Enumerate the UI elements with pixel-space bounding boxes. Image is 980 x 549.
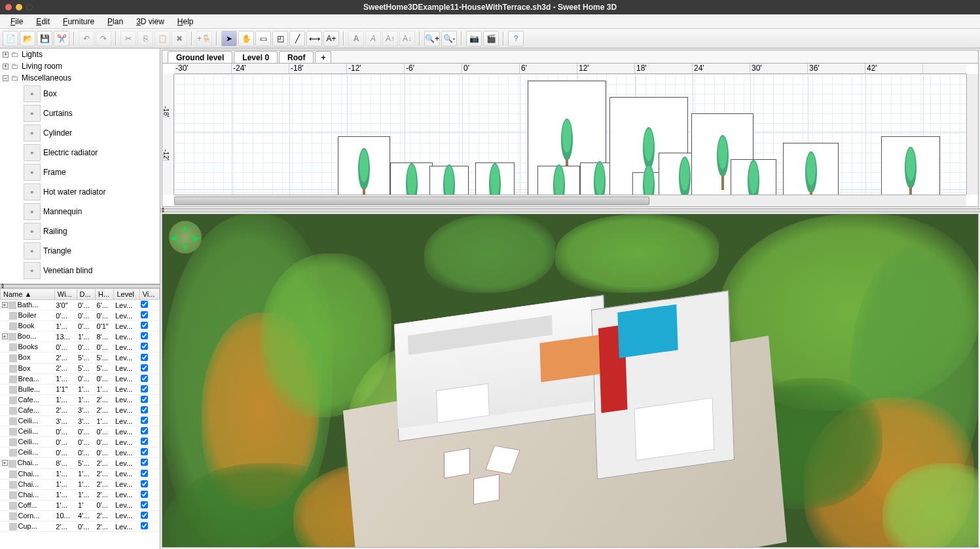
maximize-window-button[interactable] [26,4,33,10]
catalog-item[interactable]: ▫ Electric radiator [0,143,160,162]
catalog-item[interactable]: ▫ Triangle [0,241,160,261]
visibility-checkbox[interactable] [141,459,148,466]
visibility-checkbox[interactable] [141,385,148,392]
text-size-up-button[interactable]: A↑ [382,31,398,47]
visibility-checkbox[interactable] [141,301,148,308]
menu-furniture[interactable]: Furniture [56,16,101,28]
visibility-checkbox[interactable] [141,448,148,455]
new-file-button[interactable]: 📄 [3,31,18,47]
tree-object[interactable] [731,159,776,195]
room-tool-button[interactable]: ◰ [272,31,288,47]
paste-button[interactable]: 📋 [154,31,170,47]
table-row[interactable]: Cafe...2'...3'...2'...Lev... [1,405,160,415]
catalog-item[interactable]: ▫ Railing [0,221,160,241]
catalog-item[interactable]: ▫ Venetian blind [0,261,160,280]
menu-help[interactable]: Help [171,16,200,28]
add-furniture-button[interactable]: +🪑 [196,31,212,47]
close-window-button[interactable] [5,4,12,10]
tree-object[interactable] [475,162,515,195]
polyline-tool-button[interactable]: ╱ [289,31,305,47]
text-size-down-button[interactable]: A↓ [399,31,415,47]
table-row[interactable]: Box2'...5'...5'...Lev... [1,363,160,373]
right-splitter[interactable]: ▴▾ [160,208,980,212]
tab-ground-level[interactable]: Ground level [168,51,232,63]
menu-edit[interactable]: Edit [29,16,56,28]
col-header[interactable]: Vi... [139,289,159,300]
visibility-checkbox[interactable] [141,364,148,371]
text-italic-button[interactable]: A [365,31,381,47]
col-header[interactable]: Wi... [54,289,77,300]
table-row[interactable]: Ceili...0'...0'...0'...Lev... [1,447,160,458]
table-row[interactable]: Corn...10...4'...2'...Lev... [1,510,160,521]
table-row[interactable]: Books0'...0'...0'...Lev... [1,342,160,352]
tree-object[interactable] [537,166,580,195]
collapse-icon[interactable]: − [3,75,9,81]
table-row[interactable]: Box2'...5'...5'...Lev... [1,352,160,363]
catalog-item[interactable]: ▫ Cylinder [0,123,160,143]
select-tool-button[interactable]: ➤ [221,31,237,47]
visibility-checkbox[interactable] [141,375,148,382]
cut-button[interactable]: ✂ [120,31,136,47]
visibility-checkbox[interactable] [141,343,148,350]
visibility-checkbox[interactable] [141,501,148,508]
menu-3dview[interactable]: 3D view [130,16,171,28]
table-row[interactable]: Chai...1'...1'...2'...Lev... [1,489,160,500]
plan-hscrollbar[interactable] [174,195,966,206]
table-row[interactable]: +Chai...8'...5'...2'...Lev... [1,458,160,468]
visibility-checkbox[interactable] [141,512,148,519]
visibility-checkbox[interactable] [141,480,148,487]
preferences-button[interactable]: ✂️ [54,31,69,47]
furniture-table[interactable]: Name ▲Wi...D...H...LevelVi...+Bath...3'0… [0,288,160,549]
text-tool-button[interactable]: A+ [323,31,339,47]
visibility-checkbox[interactable] [141,396,148,403]
table-row[interactable]: Bulle...1'1"1'...1'...Lev... [1,384,160,394]
tab-add-level[interactable]: + [315,51,331,63]
col-header[interactable]: Level [114,289,139,300]
wall-tool-button[interactable]: ▭ [255,31,271,47]
furniture-catalog[interactable]: + 🗀 Lights+ 🗀 Living room− 🗀 Miscellaneo… [0,48,160,284]
left-splitter[interactable]: ▴▾ [0,284,160,288]
video-button[interactable]: 🎬 [483,31,499,47]
table-row[interactable]: Cup...2'...0'...2'...Lev... [1,521,160,531]
zoom-out-button[interactable]: 🔍- [441,31,457,47]
save-file-button[interactable]: 💾 [37,31,52,47]
expand-icon[interactable]: + [3,52,9,58]
expand-icon[interactable]: + [2,460,8,466]
catalog-item[interactable]: ▫ Box [0,84,160,104]
tab-level-0[interactable]: Level 0 [234,51,278,63]
menu-file[interactable]: File [4,16,29,28]
catalog-category[interactable]: + 🗀 Living room [0,60,160,72]
tree-object[interactable] [783,143,839,195]
table-row[interactable]: Ceili...0'...0'...0'...Lev... [1,426,160,437]
visibility-checkbox[interactable] [141,427,148,434]
text-bold-button[interactable]: A [348,31,364,47]
tree-object[interactable] [881,136,940,195]
pan-tool-button[interactable]: ✋ [238,31,254,47]
visibility-checkbox[interactable] [141,438,148,445]
3d-nav-pad[interactable]: ▲ ▼ ◀ ▶ [169,221,202,254]
expand-icon[interactable]: + [2,333,8,339]
visibility-checkbox[interactable] [141,332,148,339]
table-row[interactable]: Chai...1'...1'...2'...Lev... [1,468,160,479]
undo-button[interactable]: ↶ [79,31,94,47]
plan-canvas[interactable]: -30'-24'-18'-12'-6'0'6'12'18'24'30'36'42… [162,64,978,206]
table-row[interactable]: Coff...1'...1'0'...Lev... [1,500,160,510]
redo-button[interactable]: ↷ [96,31,111,47]
visibility-checkbox[interactable] [141,406,148,413]
plan-grid[interactable] [174,74,966,195]
visibility-checkbox[interactable] [141,491,148,498]
catalog-item[interactable]: ▫ Hot water radiator [0,182,160,202]
table-row[interactable]: Chai...1'...1'...2'...Lev... [1,479,160,489]
table-row[interactable]: Boiler0'...0'...0'...Lev... [1,311,160,321]
table-row[interactable]: Book1'...0'...0'1"Lev... [1,321,160,331]
zoom-in-button[interactable]: 🔍+ [424,31,440,47]
3d-view[interactable]: ▲ ▼ ◀ ▶ [162,214,979,548]
plan-vscrollbar[interactable] [966,74,978,195]
help-button[interactable]: ? [508,31,524,47]
delete-button[interactable]: ✖ [172,31,187,47]
col-header[interactable]: Name ▲ [1,289,55,300]
tab-roof[interactable]: Roof [279,51,314,63]
visibility-checkbox[interactable] [141,322,148,329]
photo-button[interactable]: 📷 [466,31,482,47]
table-row[interactable]: Brea...1'...0'...0'...Lev... [1,373,160,384]
